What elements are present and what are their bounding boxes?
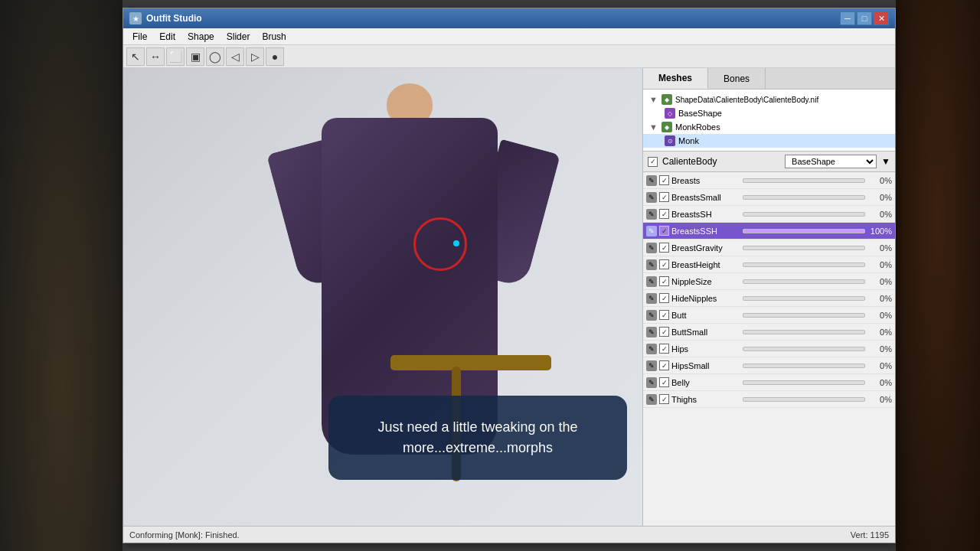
morph-row-breastssh[interactable]: ✎BreastsSH0% — [643, 206, 895, 223]
morph-slider-thighs[interactable] — [743, 397, 865, 402]
morph-checkbox-breastsssh[interactable] — [659, 226, 669, 236]
morph-slider-butt[interactable] — [743, 313, 865, 318]
morph-checkbox-hidenipples[interactable] — [659, 293, 669, 303]
morph-slider-buttsmall[interactable] — [743, 330, 865, 334]
tab-bones[interactable]: Bones — [708, 68, 766, 89]
cursor-dot — [453, 240, 459, 246]
tree-sub-baseshape[interactable]: ◇ BaseShape — [643, 106, 895, 120]
tool-select[interactable]: ↖ — [126, 47, 145, 66]
morph-edit-btn-hips[interactable]: ✎ — [646, 344, 657, 354]
morph-checkbox-buttsmall[interactable] — [659, 327, 669, 337]
tool-transform[interactable]: ↔ — [146, 47, 165, 66]
morph-row-belly[interactable]: ✎Belly0% — [643, 374, 895, 391]
monkrobes-icon: ◆ — [662, 122, 672, 132]
morph-edit-btn-thighs[interactable]: ✎ — [646, 394, 657, 405]
tree-label-caliente: ShapeData\CalienteBody\CalienteBody.nif — [675, 96, 818, 104]
tool-rect-select[interactable]: ⬜ — [166, 47, 185, 66]
morph-value-hidenipples: 0% — [867, 294, 892, 303]
morph-checkbox-hips[interactable] — [659, 344, 669, 354]
morph-checkbox-breasts[interactable] — [659, 175, 669, 185]
morph-list: ✎Breasts0%✎BreastsSmall0%✎BreastsSH0%✎Br… — [643, 172, 895, 526]
monk-icon: ⊙ — [665, 135, 675, 146]
morph-checkbox-hipssmall[interactable] — [659, 360, 669, 370]
morph-slider-hipssmall[interactable] — [743, 364, 865, 368]
morph-slider-breastssmall[interactable] — [743, 195, 865, 200]
morph-edit-btn-breastssmall[interactable]: ✎ — [646, 192, 657, 203]
morph-row-hipssmall[interactable]: ✎HipsSmall0% — [643, 357, 895, 374]
menu-item-edit[interactable]: Edit — [153, 30, 181, 44]
morph-checkbox-nipplesize[interactable] — [659, 276, 669, 286]
morph-edit-btn-hidenipples[interactable]: ✎ — [646, 293, 657, 304]
morph-slider-hips[interactable] — [743, 347, 865, 351]
morph-row-hidenipples[interactable]: ✎HideNipples0% — [643, 290, 895, 307]
morph-row-breastgravity[interactable]: ✎BreastGravity0% — [643, 240, 895, 256]
morph-name-hipssmall: HipsSmall — [671, 361, 740, 370]
tool-extra[interactable]: ● — [266, 47, 284, 66]
app-icon: ★ — [129, 12, 142, 24]
morph-row-thighs[interactable]: ✎Thighs0% — [643, 391, 895, 408]
tool-rotate-right[interactable]: ▷ — [246, 47, 264, 66]
morph-row-breastheight[interactable]: ✎BreastHeight0% — [643, 256, 895, 273]
tool-rotate-left[interactable]: ◁ — [226, 47, 244, 66]
morph-edit-btn-breasts[interactable]: ✎ — [646, 175, 657, 186]
morph-slider-nipplesize[interactable] — [743, 279, 865, 284]
morph-name-thighs: Thighs — [671, 395, 740, 404]
morph-slider-belly[interactable] — [743, 380, 865, 385]
morph-slider-breastsssh[interactable] — [743, 229, 865, 233]
tree-sub-monk[interactable]: ⊙ Monk — [643, 134, 895, 148]
morph-checkbox-breastgravity[interactable] — [659, 243, 669, 253]
menu-item-shape[interactable]: Shape — [181, 30, 220, 44]
menu-item-file[interactable]: File — [126, 30, 153, 44]
morph-row-breastssmall[interactable]: ✎BreastsSmall0% — [643, 189, 895, 206]
morph-row-butt[interactable]: ✎Butt0% — [643, 307, 895, 324]
morph-row-breastsssh[interactable]: ✎BreastsSSH100% — [643, 223, 895, 240]
morph-checkbox-butt[interactable] — [659, 310, 669, 320]
morph-edit-btn-buttsmall[interactable]: ✎ — [646, 327, 657, 337]
morph-slider-breastssh[interactable] — [743, 212, 865, 217]
expand-icon: ▼ — [649, 95, 658, 104]
morph-checkbox-breastssh[interactable] — [659, 209, 669, 219]
tool-box[interactable]: ▣ — [186, 47, 204, 66]
maximize-button[interactable]: □ — [857, 11, 872, 25]
shape-select-dropdown[interactable]: BaseShape Morph1 Morph2 — [785, 155, 877, 168]
morph-checkbox-thighs[interactable] — [659, 394, 669, 404]
menu-item-brush[interactable]: Brush — [256, 30, 292, 44]
body-selector: CalienteBody BaseShape Morph1 Morph2 ▼ — [643, 152, 895, 172]
morph-value-hips: 0% — [867, 344, 892, 354]
morph-edit-btn-hipssmall[interactable]: ✎ — [646, 360, 657, 371]
close-button[interactable]: ✕ — [874, 11, 889, 25]
morph-edit-btn-belly[interactable]: ✎ — [646, 377, 657, 388]
tree-label-monk: Monk — [678, 136, 699, 145]
morph-edit-btn-breastgravity[interactable]: ✎ — [646, 243, 657, 253]
main-content: Just need a little tweaking on the more.… — [123, 68, 895, 526]
morph-edit-btn-nipplesize[interactable]: ✎ — [646, 276, 657, 287]
morph-row-hips[interactable]: ✎Hips0% — [643, 341, 895, 357]
morph-name-hidenipples: HideNipples — [671, 294, 740, 303]
morph-value-breasts: 0% — [867, 176, 892, 185]
tree-item-monkrobes[interactable]: ▼ ◆ MonkRobes — [643, 120, 895, 134]
morph-checkbox-belly[interactable] — [659, 377, 669, 387]
app-window: ★ Outfit Studio ─ □ ✕ FileEditShapeSlide… — [122, 8, 896, 543]
minimize-button[interactable]: ─ — [840, 11, 855, 25]
morph-slider-breastheight[interactable] — [743, 262, 865, 267]
morph-slider-breastgravity[interactable] — [743, 246, 865, 250]
morph-edit-btn-breastsssh[interactable]: ✎ — [646, 226, 657, 236]
morph-checkbox-breastheight[interactable] — [659, 259, 669, 269]
tree-item-caliente-body[interactable]: ▼ ◆ ShapeData\CalienteBody\CalienteBody.… — [643, 93, 895, 106]
morph-checkbox-breastssmall[interactable] — [659, 192, 669, 202]
morph-name-breastheight: BreastHeight — [671, 260, 740, 269]
morph-row-breasts[interactable]: ✎Breasts0% — [643, 172, 895, 189]
morph-slider-hidenipples[interactable] — [743, 296, 865, 301]
morph-row-buttsmall[interactable]: ✎ButtSmall0% — [643, 324, 895, 341]
tab-meshes[interactable]: Meshes — [643, 68, 708, 89]
tool-circle[interactable]: ◯ — [206, 47, 224, 66]
caliente-body-checkbox[interactable] — [648, 157, 658, 167]
morph-edit-btn-butt[interactable]: ✎ — [646, 310, 657, 321]
viewport-3d[interactable]: Just need a little tweaking on the more.… — [123, 68, 642, 526]
morph-row-nipplesize[interactable]: ✎NippleSize0% — [643, 273, 895, 290]
morph-name-nipplesize: NippleSize — [671, 277, 740, 286]
menu-item-slider[interactable]: Slider — [220, 30, 256, 44]
morph-slider-breasts[interactable] — [743, 178, 865, 183]
morph-edit-btn-breastheight[interactable]: ✎ — [646, 259, 657, 270]
morph-edit-btn-breastssh[interactable]: ✎ — [646, 209, 657, 220]
